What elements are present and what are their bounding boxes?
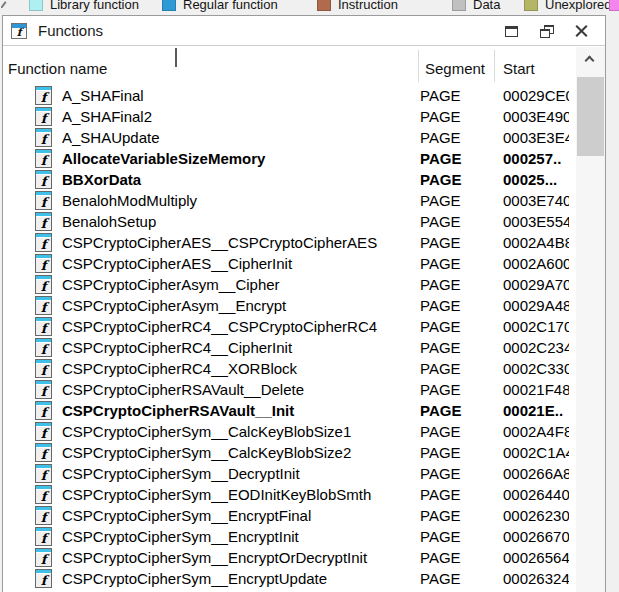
table-row[interactable]: f A_SHAFinal PAGE 00029CE0 bbox=[3, 85, 576, 106]
table-row[interactable]: f CSPCryptoCipherRC4__XORBlock PAGE 0002… bbox=[3, 358, 576, 379]
function-name: CSPCryptoCipherSym__DecryptInit bbox=[62, 463, 300, 484]
legend-items: Library function Regular function Instru… bbox=[0, 0, 619, 12]
start-address: 0003E3E4 bbox=[503, 127, 569, 148]
table-row[interactable]: f CSPCryptoCipherAsym__Cipher PAGE 00029… bbox=[3, 274, 576, 295]
table-row[interactable]: f CSPCryptoCipherRSAVault__Init PAGE 000… bbox=[3, 400, 576, 421]
close-icon bbox=[574, 24, 589, 39]
start-address: 00029A48 bbox=[503, 295, 569, 316]
function-icon: f bbox=[35, 443, 52, 462]
segment-value: PAGE bbox=[420, 169, 461, 190]
table-row[interactable]: f CSPCryptoCipherSym__CalcKeyBlobSize2 P… bbox=[3, 442, 576, 463]
function-icon: f bbox=[35, 254, 52, 273]
table-row[interactable]: f CSPCryptoCipherSym__EODInitKeyBlobSmth… bbox=[3, 484, 576, 505]
restore-button[interactable] bbox=[539, 24, 554, 39]
function-name: A_SHAFinal2 bbox=[62, 106, 152, 127]
function-icon: f bbox=[35, 464, 52, 483]
function-f-glyph: f bbox=[12, 27, 26, 39]
segment-value: PAGE bbox=[420, 127, 461, 148]
table-row[interactable]: f CSPCryptoCipherSym__EncryptUpdate PAGE… bbox=[3, 568, 576, 589]
segment-value: PAGE bbox=[420, 568, 461, 589]
column-header-start[interactable]: Start bbox=[503, 60, 535, 77]
table-row[interactable]: f CSPCryptoCipherAsym__Encrypt PAGE 0002… bbox=[3, 295, 576, 316]
function-name: BenalohModMultiply bbox=[62, 190, 197, 211]
start-address: 0002C170 bbox=[503, 316, 569, 337]
start-address: 0002C234 bbox=[503, 337, 569, 358]
segment-value: PAGE bbox=[420, 106, 461, 127]
functions-window: f Functions Function name Segment Start bbox=[2, 15, 606, 592]
segment-value: PAGE bbox=[420, 379, 461, 400]
legend-color-swatch bbox=[609, 0, 619, 11]
table-row[interactable]: f CSPCryptoCipherSym__EncryptFinal PAGE … bbox=[3, 505, 576, 526]
start-address: 0003E740 bbox=[503, 190, 569, 211]
function-name: CSPCryptoCipherSym__EncryptUpdate bbox=[62, 568, 327, 589]
table-row[interactable]: f CSPCryptoCipherAES__CSPCryptoCipherAES… bbox=[3, 232, 576, 253]
table-row[interactable]: f A_SHAFinal2 PAGE 0003E490 bbox=[3, 106, 576, 127]
function-name: A_SHAUpdate bbox=[62, 127, 160, 148]
table-row[interactable]: f BBXorData PAGE 00025... bbox=[3, 169, 576, 190]
start-address: 0002C330 bbox=[503, 358, 569, 379]
window-title: Functions bbox=[38, 22, 103, 39]
column-header-segment[interactable]: Segment bbox=[425, 60, 485, 77]
table-row[interactable]: f CSPCryptoCipherRSAVault__Delete PAGE 0… bbox=[3, 379, 576, 400]
function-name: CSPCryptoCipherAES__CSPCryptoCipherAES bbox=[62, 232, 377, 253]
function-icon: f bbox=[35, 86, 52, 105]
close-button[interactable] bbox=[574, 24, 589, 39]
start-address: 00021E.. bbox=[503, 400, 569, 421]
legend-item-label: Unexplored bbox=[545, 0, 612, 12]
table-row[interactable]: f CSPCryptoCipherSym__DecryptInit PAGE 0… bbox=[3, 463, 576, 484]
segment-value: PAGE bbox=[420, 484, 461, 505]
vertical-scrollbar[interactable] bbox=[576, 47, 605, 592]
legend-color-swatch bbox=[162, 0, 176, 11]
segment-value: PAGE bbox=[420, 316, 461, 337]
segment-value: PAGE bbox=[420, 85, 461, 106]
segment-value: PAGE bbox=[420, 358, 461, 379]
legend-item bbox=[609, 0, 619, 12]
column-separator bbox=[418, 50, 419, 82]
function-icon: f bbox=[35, 506, 52, 525]
start-address: 0002A600 bbox=[503, 253, 569, 274]
segment-value: PAGE bbox=[420, 421, 461, 442]
function-name: CSPCryptoCipherRSAVault__Delete bbox=[62, 379, 304, 400]
function-name: AllocateVariableSizeMemory bbox=[62, 148, 265, 169]
legend-item: Regular function bbox=[162, 0, 278, 12]
table-row[interactable]: f CSPCryptoCipherRC4__CSPCryptoCipherRC4… bbox=[3, 316, 576, 337]
function-icon: f bbox=[35, 359, 52, 378]
table-row[interactable]: f CSPCryptoCipherSym__CalcKeyBlobSize1 P… bbox=[3, 421, 576, 442]
table-row[interactable]: f CSPCryptoCipherSym__EncryptOrDecryptIn… bbox=[3, 547, 576, 568]
table-row[interactable]: f BenalohModMultiply PAGE 0003E740 bbox=[3, 190, 576, 211]
function-icon: f bbox=[35, 149, 52, 168]
window-titlebar[interactable]: f Functions bbox=[3, 16, 605, 46]
maximize-button[interactable] bbox=[504, 24, 519, 39]
table-row[interactable]: f CSPCryptoCipherSym__EncryptInit PAGE 0… bbox=[3, 526, 576, 547]
legend-item: Unexplored bbox=[524, 0, 612, 12]
start-address: 00029CE0 bbox=[503, 85, 569, 106]
start-address: 00021F48 bbox=[503, 379, 569, 400]
segment-value: PAGE bbox=[420, 337, 461, 358]
function-name: CSPCryptoCipherRC4__CSPCryptoCipherRC4 bbox=[62, 316, 377, 337]
function-icon: f bbox=[35, 191, 52, 210]
function-name: BenalohSetup bbox=[62, 211, 156, 232]
function-icon: f bbox=[35, 317, 52, 336]
function-name: BBXorData bbox=[62, 169, 141, 190]
table-row[interactable]: f CSPCryptoCipherAES__CipherInit PAGE 00… bbox=[3, 253, 576, 274]
table-row[interactable]: f AllocateVariableSizeMemory PAGE 000257… bbox=[3, 148, 576, 169]
function-name: CSPCryptoCipherRSAVault__Init bbox=[62, 400, 294, 421]
function-icon: f bbox=[35, 128, 52, 147]
function-icon: f bbox=[35, 338, 52, 357]
segment-value: PAGE bbox=[420, 526, 461, 547]
column-header-function-name[interactable]: Function name bbox=[8, 60, 107, 77]
table-row[interactable]: f BenalohSetup PAGE 0003E554 bbox=[3, 211, 576, 232]
function-name: CSPCryptoCipherSym__CalcKeyBlobSize1 bbox=[62, 421, 351, 442]
function-icon: f bbox=[35, 212, 52, 231]
function-name: CSPCryptoCipherAsym__Encrypt bbox=[62, 295, 286, 316]
table-row[interactable]: f CSPCryptoCipherRC4__CipherInit PAGE 00… bbox=[3, 337, 576, 358]
table-row[interactable]: f A_SHAUpdate PAGE 0003E3E4 bbox=[3, 127, 576, 148]
scroll-up-button[interactable] bbox=[576, 47, 605, 71]
start-address: 00025... bbox=[503, 169, 569, 190]
function-icon: f bbox=[35, 569, 52, 588]
legend-bar: Library function Regular function Instru… bbox=[0, 0, 619, 12]
scrollbar-thumb[interactable] bbox=[577, 77, 604, 156]
function-name: CSPCryptoCipherSym__EncryptOrDecryptInit bbox=[62, 547, 367, 568]
function-name: CSPCryptoCipherAsym__Cipher bbox=[62, 274, 280, 295]
legend-item: Library function bbox=[29, 0, 139, 12]
